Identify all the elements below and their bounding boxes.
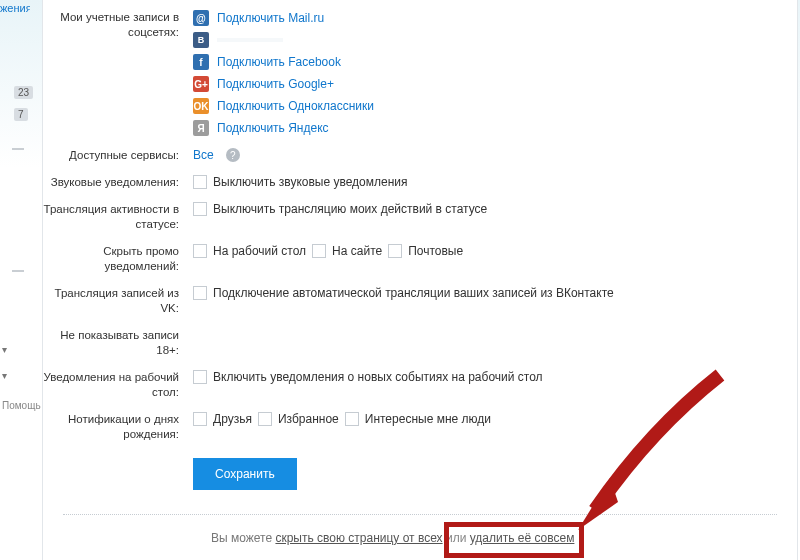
count-badge: 23 (14, 86, 33, 99)
checkbox-icon (312, 244, 326, 258)
hide-page-link[interactable]: скрыть свою страницу от всех (275, 531, 442, 545)
checkbox-promo-mail[interactable]: Почтовые (388, 244, 463, 258)
mailru-icon: @ (193, 10, 209, 26)
checkbox-icon (193, 175, 207, 189)
facebook-icon: f (193, 54, 209, 70)
divider-icon (12, 270, 24, 272)
row-services: Доступные сервисы: Все ? (43, 142, 797, 169)
row-vk: Трансляция записей из VK: Подключение ав… (43, 280, 797, 322)
footer-prefix: Вы можете (211, 531, 275, 545)
footer-text: Вы можете скрыть свою страницу от всех и… (63, 514, 777, 545)
checkbox-icon (193, 244, 207, 258)
settings-panel: Мои учетные записи в соцсетях: @ Подключ… (42, 0, 798, 560)
checkbox-bday-fav[interactable]: Избранное (258, 412, 339, 426)
services-all-link[interactable]: Все (193, 148, 214, 162)
checkbox-sound[interactable]: Выключить звуковые уведомления (193, 175, 408, 189)
row-sound: Звуковые уведомления: Выключить звуковые… (43, 169, 797, 196)
connect-yandex[interactable]: Я Подключить Яндекс (193, 120, 329, 136)
row-adult: Не показывать записи 18+: (43, 322, 797, 364)
row-save: Сохранить (43, 448, 797, 496)
row-social-accounts: Мои учетные записи в соцсетях: @ Подключ… (43, 4, 797, 142)
row-promo: Скрыть промо уведомлений: На рабочий сто… (43, 238, 797, 280)
checkbox-icon (388, 244, 402, 258)
connect-odnoklassniki[interactable]: OK Подключить Одноклассники (193, 98, 374, 114)
label-services: Доступные сервисы: (43, 148, 193, 163)
label-birthdays: Нотификации о днях рождения: (43, 412, 193, 442)
connect-facebook[interactable]: f Подключить Facebook (193, 54, 341, 70)
label-desktop: Уведомления на рабочий стол: (43, 370, 193, 400)
row-activity: Трансляция активности в статусе: Выключи… (43, 196, 797, 238)
connect-vk[interactable]: B (193, 32, 283, 48)
left-sidebar: жения 23 7 ▾ ▾ Помощь (0, 0, 40, 560)
help-icon[interactable]: ? (226, 148, 240, 162)
odnoklassniki-icon: OK (193, 98, 209, 114)
checkbox-icon (193, 412, 207, 426)
nav-item-truncated[interactable]: жения (0, 2, 30, 14)
label-promo: Скрыть промо уведомлений: (43, 244, 193, 274)
checkbox-icon (193, 370, 207, 384)
yandex-icon: Я (193, 120, 209, 136)
delete-page-link[interactable]: удалить её совсем (470, 531, 575, 545)
checkbox-icon (345, 412, 359, 426)
chevron-down-icon[interactable]: ▾ (2, 370, 7, 381)
checkbox-activity[interactable]: Выключить трансляцию моих действий в ста… (193, 202, 487, 216)
checkbox-icon (193, 202, 207, 216)
checkbox-vk[interactable]: Подключение автоматической трансляции ва… (193, 286, 614, 300)
help-link[interactable]: Помощь (2, 400, 41, 411)
checkbox-bday-interesting[interactable]: Интересные мне люди (345, 412, 491, 426)
checkbox-bday-friends[interactable]: Друзья (193, 412, 252, 426)
label-sound: Звуковые уведомления: (43, 175, 193, 190)
footer-join: или (446, 531, 470, 545)
checkbox-promo-desktop[interactable]: На рабочий стол (193, 244, 306, 258)
save-button[interactable]: Сохранить (193, 458, 297, 490)
divider-icon (12, 148, 24, 150)
connect-mailru[interactable]: @ Подключить Mail.ru (193, 10, 324, 26)
chevron-down-icon[interactable]: ▾ (2, 344, 7, 355)
label-social: Мои учетные записи в соцсетях: (43, 10, 193, 136)
checkbox-desktop[interactable]: Включить уведомления о новых событиях на… (193, 370, 543, 384)
checkbox-icon (193, 286, 207, 300)
googleplus-icon: G+ (193, 76, 209, 92)
label-adult: Не показывать записи 18+: (43, 328, 193, 358)
connect-google[interactable]: G+ Подключить Google+ (193, 76, 334, 92)
label-activity: Трансляция активности в статусе: (43, 202, 193, 232)
checkbox-icon (258, 412, 272, 426)
row-birthdays: Нотификации о днях рождения: Друзья Избр… (43, 406, 797, 448)
row-desktop: Уведомления на рабочий стол: Включить ув… (43, 364, 797, 406)
count-badge: 7 (14, 108, 28, 121)
label-vk: Трансляция записей из VK: (43, 286, 193, 316)
vk-icon: B (193, 32, 209, 48)
checkbox-promo-site[interactable]: На сайте (312, 244, 382, 258)
